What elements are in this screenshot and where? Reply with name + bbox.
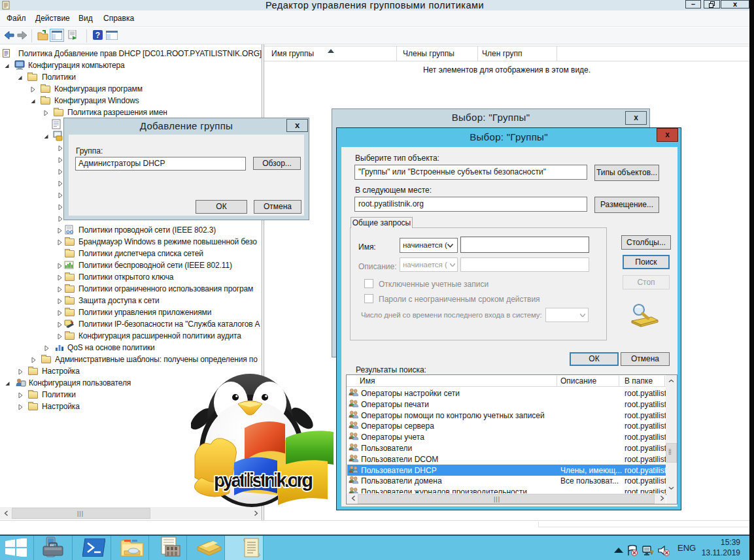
svg-text:pyatilistnik.org: pyatilistnik.org (214, 470, 313, 491)
svg-text:!: ! (651, 551, 653, 555)
